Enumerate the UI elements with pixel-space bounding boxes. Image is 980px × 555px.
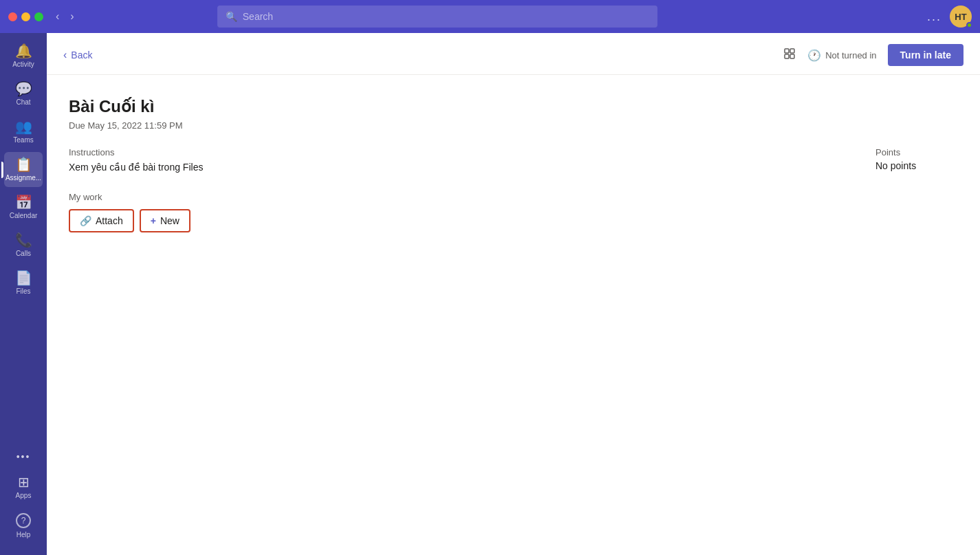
clock-icon: 🕐 bbox=[807, 49, 821, 62]
content-area: ‹ Back 🕐 Not turned in Turn in late bbox=[47, 33, 980, 555]
sidebar-label-apps: Apps bbox=[16, 492, 32, 499]
assignment-row: Instructions Xem yêu cầu đề bài trong Fi… bbox=[69, 147, 958, 232]
nav-arrows: ‹ › bbox=[52, 8, 78, 25]
assignment-main: Instructions Xem yêu cầu đề bài trong Fi… bbox=[69, 147, 820, 232]
sidebar-label-teams: Teams bbox=[13, 136, 33, 144]
close-button[interactable] bbox=[8, 12, 17, 21]
minimize-button[interactable] bbox=[21, 12, 30, 21]
search-bar[interactable]: 🔍 bbox=[217, 6, 657, 28]
sidebar-label-calendar: Calendar bbox=[10, 212, 38, 219]
turn-in-late-button[interactable]: Turn in late bbox=[888, 44, 963, 66]
assignments-icon: 📋 bbox=[15, 157, 32, 171]
sidebar: 🔔 Activity 💬 Chat 👥 Teams 📋 Assignme... … bbox=[0, 33, 47, 555]
title-bar-right: ... HT bbox=[927, 6, 972, 28]
forward-nav-button[interactable]: › bbox=[66, 8, 78, 25]
assignment-header: ‹ Back 🕐 Not turned in Turn in late bbox=[47, 33, 980, 75]
instructions-section-label: Instructions bbox=[69, 147, 820, 157]
calls-icon: 📞 bbox=[15, 233, 32, 247]
sidebar-item-calls[interactable]: 📞 Calls bbox=[4, 228, 43, 263]
header-actions: 🕐 Not turned in Turn in late bbox=[783, 44, 963, 66]
assignment-points: Points No points bbox=[875, 147, 958, 171]
traffic-lights bbox=[8, 12, 43, 21]
assignment-body: Bài Cuối kì Due May 15, 2022 11:59 PM In… bbox=[47, 75, 980, 555]
presence-dot bbox=[966, 22, 972, 28]
sidebar-bottom: ••• ⊞ Apps ? Help bbox=[4, 446, 43, 544]
sidebar-label-assignments: Assignme... bbox=[6, 174, 41, 182]
sidebar-label-files: Files bbox=[16, 287, 30, 295]
expand-button[interactable] bbox=[783, 47, 796, 64]
sidebar-item-assignments[interactable]: 📋 Assignme... bbox=[4, 152, 43, 187]
more-options-button[interactable]: ... bbox=[927, 10, 941, 24]
instructions-text: Xem yêu cầu đề bài trong Files bbox=[69, 162, 820, 173]
svg-rect-2 bbox=[785, 54, 789, 58]
svg-rect-3 bbox=[790, 54, 794, 58]
svg-rect-0 bbox=[785, 49, 789, 53]
calendar-icon: 📅 bbox=[15, 195, 32, 209]
sidebar-item-calendar[interactable]: 📅 Calendar bbox=[4, 190, 43, 225]
svg-rect-1 bbox=[790, 49, 794, 53]
search-icon: 🔍 bbox=[226, 11, 237, 22]
sidebar-item-help[interactable]: ? Help bbox=[4, 508, 43, 544]
files-icon: 📄 bbox=[15, 271, 32, 285]
app-body: 🔔 Activity 💬 Chat 👥 Teams 📋 Assignme... … bbox=[0, 33, 980, 555]
sidebar-item-activity[interactable]: 🔔 Activity bbox=[4, 39, 43, 74]
attach-label: Attach bbox=[96, 215, 123, 226]
new-button[interactable]: + New bbox=[140, 209, 190, 232]
sidebar-item-apps[interactable]: ⊞ Apps bbox=[4, 470, 43, 505]
activity-icon: 🔔 bbox=[15, 44, 32, 58]
not-turned-in-label: Not turned in bbox=[825, 50, 876, 61]
maximize-button[interactable] bbox=[34, 12, 43, 21]
sidebar-label-activity: Activity bbox=[12, 61, 34, 68]
attach-icon: 🔗 bbox=[80, 215, 91, 226]
attach-button[interactable]: 🔗 Attach bbox=[69, 209, 134, 232]
sidebar-item-teams[interactable]: 👥 Teams bbox=[4, 114, 43, 149]
assignment-due-date: Due May 15, 2022 11:59 PM bbox=[69, 120, 958, 131]
teams-icon: 👥 bbox=[15, 120, 32, 133]
assignment-title: Bài Cuối kì bbox=[69, 97, 958, 116]
sidebar-item-more[interactable]: ••• bbox=[4, 446, 43, 467]
sidebar-label-help: Help bbox=[17, 531, 31, 538]
sidebar-label-calls: Calls bbox=[16, 250, 31, 257]
back-button[interactable]: ‹ Back bbox=[63, 49, 92, 61]
title-bar: ‹ › 🔍 ... HT bbox=[0, 0, 980, 33]
expand-icon bbox=[783, 47, 796, 61]
chat-icon: 💬 bbox=[15, 82, 32, 96]
points-section-label: Points bbox=[875, 147, 958, 157]
sidebar-item-files[interactable]: 📄 Files bbox=[4, 265, 43, 301]
back-nav-button[interactable]: ‹ bbox=[52, 8, 63, 25]
sidebar-item-chat[interactable]: 💬 Chat bbox=[4, 76, 43, 111]
search-input[interactable] bbox=[243, 11, 649, 22]
not-turned-in-status: 🕐 Not turned in bbox=[807, 49, 876, 62]
sidebar-label-chat: Chat bbox=[16, 98, 30, 106]
back-label: Back bbox=[71, 50, 92, 61]
more-icon: ••• bbox=[17, 452, 31, 461]
avatar[interactable]: HT bbox=[950, 6, 972, 28]
new-label: New bbox=[160, 215, 179, 226]
back-chevron-icon: ‹ bbox=[63, 49, 67, 61]
my-work-section-label: My work bbox=[69, 192, 820, 202]
work-buttons: 🔗 Attach + New bbox=[69, 209, 820, 232]
points-value: No points bbox=[875, 160, 958, 171]
apps-icon: ⊞ bbox=[18, 475, 30, 489]
new-plus-icon: + bbox=[151, 215, 156, 226]
help-icon: ? bbox=[16, 513, 31, 528]
